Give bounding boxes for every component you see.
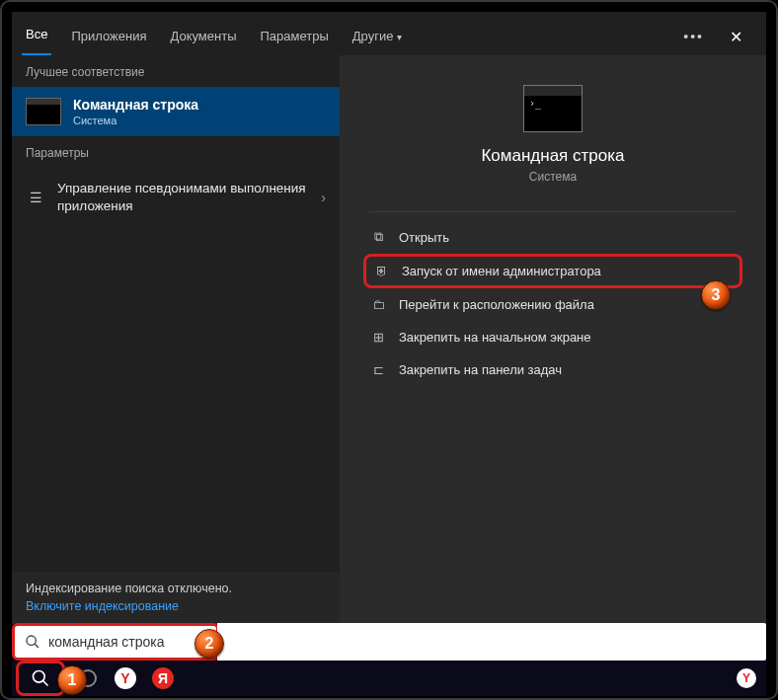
cmd-icon bbox=[26, 98, 61, 125]
taskbar: Y Я Y bbox=[12, 661, 766, 696]
action-pin-to-start[interactable]: ⊞ Закрепить на начальном экране bbox=[363, 321, 742, 353]
annotation-badge-3: 3 bbox=[701, 280, 731, 310]
action-location-label: Перейти к расположению файла bbox=[399, 297, 594, 312]
annotation-badge-2: 2 bbox=[194, 629, 224, 659]
taskbar-yandex-browser[interactable]: Y bbox=[111, 663, 140, 693]
tab-others[interactable]: Другие▾ bbox=[349, 19, 407, 55]
taskbar-yandex-app[interactable]: Я bbox=[148, 663, 178, 693]
yandex-white-icon: Y bbox=[115, 667, 136, 689]
svg-line-3 bbox=[43, 681, 48, 686]
search-icon bbox=[25, 634, 40, 650]
search-panel: Все Приложения Документы Параметры Други… bbox=[12, 12, 766, 625]
svg-line-1 bbox=[35, 644, 39, 648]
tray-yandex-icon[interactable]: Y bbox=[737, 668, 756, 688]
more-options-icon[interactable]: ••• bbox=[683, 29, 704, 44]
search-icon bbox=[31, 668, 50, 688]
chevron-down-icon: ▾ bbox=[397, 32, 402, 42]
search-input[interactable]: командная строка bbox=[12, 623, 219, 661]
yandex-red-icon: Я bbox=[152, 667, 174, 689]
action-list: ⧉ Открыть ⛨ Запуск от имени администрато… bbox=[340, 220, 766, 386]
action-open-file-location[interactable]: 🗀 Перейти к расположению файла bbox=[363, 288, 742, 321]
best-match-title: Командная строка bbox=[73, 97, 198, 113]
indexing-off-text: Индексирование поиска отключено. bbox=[26, 582, 326, 595]
pin-start-icon: ⊞ bbox=[369, 330, 387, 345]
close-icon[interactable]: ✕ bbox=[722, 24, 750, 50]
chevron-right-icon: › bbox=[321, 190, 326, 205]
tab-documents[interactable]: Документы bbox=[166, 19, 240, 55]
divider bbox=[369, 211, 737, 212]
preview-app-icon bbox=[523, 85, 583, 132]
action-open[interactable]: ⧉ Открыть bbox=[363, 220, 742, 254]
pin-taskbar-icon: ⊏ bbox=[369, 362, 387, 377]
tab-apps[interactable]: Приложения bbox=[67, 19, 150, 55]
settings-result-item[interactable]: ☰ Управление псевдонимами выполнения при… bbox=[12, 168, 340, 227]
enable-indexing-link[interactable]: Включите индексирование bbox=[26, 599, 179, 613]
system-tray: Y bbox=[737, 668, 762, 688]
preview-subtitle: Система bbox=[529, 170, 577, 184]
svg-point-0 bbox=[27, 636, 36, 645]
settings-result-label: Управление псевдонимами выполнения прило… bbox=[57, 180, 309, 215]
action-run-admin-label: Запуск от имени администратора bbox=[402, 264, 601, 278]
section-best-match: Лучшее соответствие bbox=[12, 55, 340, 87]
filter-tabs: Все Приложения Документы Параметры Други… bbox=[12, 12, 766, 55]
alias-settings-icon: ☰ bbox=[26, 188, 45, 207]
action-open-label: Открыть bbox=[399, 230, 449, 245]
admin-shield-icon: ⛨ bbox=[372, 264, 390, 278]
annotation-badge-1: 1 bbox=[57, 665, 87, 695]
search-bar: командная строка bbox=[12, 623, 766, 661]
action-pin-to-taskbar[interactable]: ⊏ Закрепить на панели задач bbox=[363, 353, 742, 386]
preview-pane: Командная строка Система ⧉ Открыть ⛨ Зап… bbox=[340, 55, 766, 624]
preview-title: Командная строка bbox=[481, 146, 624, 166]
indexing-notice: Индексирование поиска отключено. Включит… bbox=[12, 572, 340, 624]
action-run-as-admin[interactable]: ⛨ Запуск от имени администратора bbox=[363, 254, 742, 288]
results-list: Лучшее соответствие Командная строка Сис… bbox=[12, 55, 340, 624]
svg-point-2 bbox=[34, 671, 45, 683]
tab-parameters[interactable]: Параметры bbox=[256, 19, 332, 55]
tab-all[interactable]: Все bbox=[22, 17, 51, 56]
folder-location-icon: 🗀 bbox=[369, 297, 387, 312]
open-icon: ⧉ bbox=[369, 229, 387, 245]
best-match-item[interactable]: Командная строка Система bbox=[12, 87, 340, 136]
best-match-subtitle: Система bbox=[73, 115, 198, 126]
search-query-text: командная строка bbox=[48, 634, 165, 650]
action-pin-taskbar-label: Закрепить на панели задач bbox=[399, 362, 562, 377]
section-parameters: Параметры bbox=[12, 136, 340, 168]
search-bar-remainder[interactable] bbox=[217, 623, 766, 661]
action-pin-start-label: Закрепить на начальном экране bbox=[399, 330, 591, 345]
